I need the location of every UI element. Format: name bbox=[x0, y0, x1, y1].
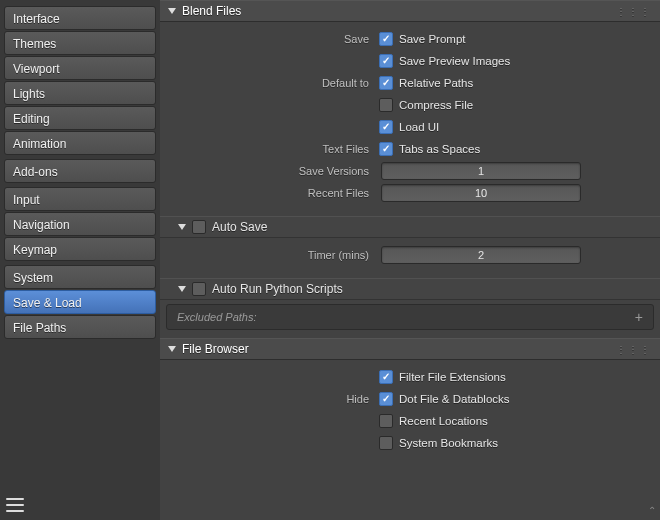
subpanel-auto-save[interactable]: Auto Save bbox=[160, 216, 660, 238]
panel-body-blend-files: SaveSave PromptSave Preview ImagesDefaul… bbox=[160, 22, 660, 216]
timer-field[interactable]: 2 bbox=[381, 246, 581, 264]
option-label: Dot File & Datablocks bbox=[399, 393, 510, 405]
auto-save-checkbox[interactable] bbox=[192, 220, 206, 234]
option-label: Recent Locations bbox=[399, 415, 488, 427]
row-label: Text Files bbox=[168, 143, 373, 155]
checkbox[interactable] bbox=[379, 54, 393, 68]
panel-body-file-browser: Filter File ExtensionsHideDot File & Dat… bbox=[160, 360, 660, 466]
option-label: System Bookmarks bbox=[399, 437, 498, 449]
auto-save-body: Timer (mins) 2 bbox=[160, 238, 660, 278]
row-label: Save Versions bbox=[168, 165, 373, 177]
checkbox[interactable] bbox=[379, 370, 393, 384]
sidebar-item-editing[interactable]: Editing bbox=[4, 106, 156, 130]
option-label: Save Prompt bbox=[399, 33, 465, 45]
disclosure-triangle-icon bbox=[178, 224, 186, 230]
excluded-paths-label: Excluded Paths: bbox=[177, 311, 257, 323]
checkbox[interactable] bbox=[379, 120, 393, 134]
row-label: Timer (mins) bbox=[168, 249, 373, 261]
pref-row: Load UI bbox=[168, 116, 652, 138]
checkbox[interactable] bbox=[379, 142, 393, 156]
pref-row: Text FilesTabs as Spaces bbox=[168, 138, 652, 160]
row-label: Save bbox=[168, 33, 373, 45]
checkbox[interactable] bbox=[379, 32, 393, 46]
pref-row: HideDot File & Datablocks bbox=[168, 388, 652, 410]
disclosure-triangle-icon bbox=[168, 346, 176, 352]
row-label: Default to bbox=[168, 77, 373, 89]
pref-row: Recent Locations bbox=[168, 410, 652, 432]
drag-handle-icon[interactable]: ⋮⋮⋮ bbox=[616, 6, 652, 17]
row-label: Hide bbox=[168, 393, 373, 405]
preferences-main: Blend Files ⋮⋮⋮ SaveSave PromptSave Prev… bbox=[160, 0, 660, 520]
panel-header-file-browser[interactable]: File Browser ⋮⋮⋮ bbox=[160, 338, 660, 360]
checkbox[interactable] bbox=[379, 392, 393, 406]
option-label: Relative Paths bbox=[399, 77, 473, 89]
sidebar-item-save-load[interactable]: Save & Load bbox=[4, 290, 156, 314]
pref-row: Compress File bbox=[168, 94, 652, 116]
bottom-bar bbox=[0, 490, 160, 520]
excluded-paths-row[interactable]: Excluded Paths: + bbox=[166, 304, 654, 330]
checkbox[interactable] bbox=[379, 436, 393, 450]
sidebar-item-lights[interactable]: Lights bbox=[4, 81, 156, 105]
option-label: Save Preview Images bbox=[399, 55, 510, 67]
checkbox[interactable] bbox=[379, 414, 393, 428]
drag-handle-icon[interactable]: ⋮⋮⋮ bbox=[616, 344, 652, 355]
sidebar-item-themes[interactable]: Themes bbox=[4, 31, 156, 55]
sidebar-item-add-ons[interactable]: Add-ons bbox=[4, 159, 156, 183]
disclosure-triangle-icon bbox=[178, 286, 186, 292]
number-field[interactable]: 1 bbox=[381, 162, 581, 180]
option-label: Filter File Extensions bbox=[399, 371, 506, 383]
pref-row: Save Versions1 bbox=[168, 160, 652, 182]
sidebar-item-system[interactable]: System bbox=[4, 265, 156, 289]
panel-title: Blend Files bbox=[182, 4, 241, 18]
scroll-up-icon[interactable]: ⌃ bbox=[648, 505, 656, 516]
checkbox[interactable] bbox=[379, 76, 393, 90]
panel-title: File Browser bbox=[182, 342, 249, 356]
pref-row: SaveSave Prompt bbox=[168, 28, 652, 50]
add-icon[interactable]: + bbox=[635, 309, 643, 325]
sidebar-item-navigation[interactable]: Navigation bbox=[4, 212, 156, 236]
preferences-sidebar: InterfaceThemesViewportLightsEditingAnim… bbox=[0, 0, 160, 520]
sidebar-item-animation[interactable]: Animation bbox=[4, 131, 156, 155]
subpanel-auto-run[interactable]: Auto Run Python Scripts bbox=[160, 278, 660, 300]
pref-row: Recent Files10 bbox=[168, 182, 652, 204]
auto-run-checkbox[interactable] bbox=[192, 282, 206, 296]
sidebar-item-input[interactable]: Input bbox=[4, 187, 156, 211]
option-label: Load UI bbox=[399, 121, 439, 133]
panel-header-blend-files[interactable]: Blend Files ⋮⋮⋮ bbox=[160, 0, 660, 22]
checkbox[interactable] bbox=[379, 98, 393, 112]
sidebar-item-keymap[interactable]: Keymap bbox=[4, 237, 156, 261]
sidebar-item-file-paths[interactable]: File Paths bbox=[4, 315, 156, 339]
row-label: Recent Files bbox=[168, 187, 373, 199]
pref-row: Default toRelative Paths bbox=[168, 72, 652, 94]
pref-row: Save Preview Images bbox=[168, 50, 652, 72]
option-label: Compress File bbox=[399, 99, 473, 111]
subpanel-title: Auto Run Python Scripts bbox=[212, 282, 343, 296]
option-label: Tabs as Spaces bbox=[399, 143, 480, 155]
subpanel-title: Auto Save bbox=[212, 220, 267, 234]
pref-row: System Bookmarks bbox=[168, 432, 652, 454]
hamburger-menu-icon[interactable] bbox=[6, 498, 24, 512]
number-field[interactable]: 10 bbox=[381, 184, 581, 202]
disclosure-triangle-icon bbox=[168, 8, 176, 14]
pref-row: Filter File Extensions bbox=[168, 366, 652, 388]
sidebar-item-viewport[interactable]: Viewport bbox=[4, 56, 156, 80]
sidebar-item-interface[interactable]: Interface bbox=[4, 6, 156, 30]
